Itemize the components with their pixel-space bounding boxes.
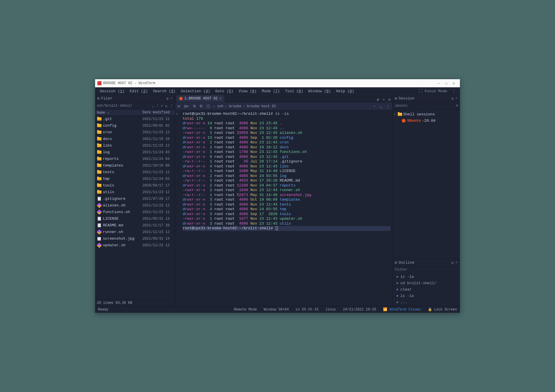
folder-icon bbox=[97, 124, 101, 128]
tool-open-icon[interactable]: ⧉ bbox=[192, 104, 197, 108]
session-tree[interactable]: ▾ Shell sessions Ubuntu-20.04 bbox=[393, 109, 460, 125]
status-issues[interactable]: 📶 WindTerm Issues bbox=[383, 307, 421, 312]
tree-root[interactable]: ▾ Shell sessions bbox=[394, 111, 459, 117]
file-row[interactable]: screenshot.jpg2021/05/31 14 bbox=[95, 235, 175, 242]
titlebar[interactable]: BROOBE HOST 02 - WindTerm — ☐ ✕ bbox=[95, 79, 460, 87]
tab-broobe-host[interactable]: 1.BROOBE HOST 02 × bbox=[176, 95, 224, 102]
file-row[interactable]: templates2021/10/19 00 bbox=[95, 162, 175, 169]
close-button[interactable]: ✕ bbox=[450, 81, 458, 86]
file-row[interactable]: aliases.sh2021/11/23 12 bbox=[95, 202, 175, 209]
file-row[interactable]: README.md2021/11/17 20 bbox=[95, 222, 175, 229]
filer-list[interactable]: .git2021/11/23 12config2021/09/01 02cron… bbox=[95, 116, 175, 299]
file-row[interactable]: .gitignore2021/07/28 17 bbox=[95, 195, 175, 202]
menu-session[interactable]: Session (1) bbox=[97, 88, 127, 94]
outline-item[interactable]: cd brolit-shell/ bbox=[393, 280, 460, 286]
menu-mode[interactable]: Mode (7) bbox=[260, 88, 282, 94]
crumb[interactable]: broobe host 02 bbox=[247, 104, 276, 108]
file-row[interactable]: config2021/09/01 02 bbox=[95, 122, 175, 129]
panel-close-icon[interactable]: × bbox=[455, 260, 458, 265]
file-row[interactable]: tools2020/09/17 17 bbox=[95, 182, 175, 189]
breadcrumbs[interactable]: ▸ ssh ▸ broobe ▸ broobe host 02 bbox=[213, 104, 276, 108]
app-window: BROOBE HOST 02 - WindTerm — ☐ ✕ Session … bbox=[95, 79, 460, 313]
info-icon[interactable]: ⓘ bbox=[206, 104, 211, 109]
session-item-ubuntu[interactable]: Ubuntu-20.04 bbox=[394, 117, 459, 124]
menu-search[interactable]: Search (3) bbox=[151, 88, 178, 94]
panel-close-icon[interactable]: × bbox=[455, 96, 458, 101]
menu-window[interactable]: Window (9) bbox=[306, 88, 333, 94]
col-name[interactable]: Name ▴ bbox=[95, 110, 143, 115]
crumb[interactable]: ssh bbox=[217, 104, 223, 108]
collapse-icon[interactable]: ⊟ bbox=[177, 104, 181, 109]
clear-filter-icon[interactable]: ⌫ bbox=[456, 103, 458, 108]
outline-filter[interactable]: Filter bbox=[393, 267, 460, 273]
chevron-right-icon[interactable]: › bbox=[372, 104, 376, 108]
file-row[interactable]: .git2021/11/23 12 bbox=[95, 116, 175, 122]
gear-icon[interactable]: ✿ bbox=[451, 260, 454, 265]
terminal[interactable]: ⊟ root@cpx31-broobe-host02:~/brolit-shel… bbox=[175, 110, 392, 306]
menu-view[interactable]: View (6) bbox=[236, 88, 259, 94]
gear-icon[interactable]: ✿ bbox=[166, 96, 169, 101]
lock-screen-button[interactable]: 🔒 Lock Screen bbox=[428, 307, 457, 312]
file-row[interactable]: functions.sh2021/11/23 12 bbox=[95, 209, 175, 215]
menu-edit[interactable]: Edit (2) bbox=[127, 88, 150, 94]
add-tab-button[interactable]: + bbox=[381, 98, 386, 102]
outline-item[interactable]: ls -la bbox=[393, 273, 460, 280]
menu-overflow-icon[interactable]: ⋮ bbox=[450, 89, 458, 94]
maximize-button[interactable]: ☐ bbox=[443, 81, 450, 86]
file-row[interactable]: cron2021/11/23 12 bbox=[95, 129, 175, 136]
tab-menu-icon[interactable]: ≡ bbox=[386, 98, 392, 102]
file-row[interactable]: tmp2021/11/24 03 bbox=[95, 175, 175, 182]
chevron-down-icon[interactable]: ⌄ bbox=[379, 104, 383, 109]
folder-icon bbox=[97, 184, 101, 188]
app-logo-icon bbox=[97, 81, 101, 85]
toolbar: ⊟ ⧉▾ ⧉ ⧉ ⓘ ▸ ssh ▸ broobe ▸ broobe host … bbox=[175, 102, 392, 110]
file-row[interactable]: runner.sh2021/11/23 12 bbox=[95, 229, 175, 235]
focus-mode-button[interactable]: ⛶ Focus Mode bbox=[416, 88, 449, 94]
filer-path[interactable]: oot/brolit-shell/ bbox=[97, 104, 150, 108]
back-arrow-icon[interactable]: ↶ bbox=[161, 104, 163, 108]
chevron-down-icon[interactable]: ⌄ bbox=[152, 104, 154, 108]
folder-icon bbox=[97, 144, 101, 148]
session-title: Session bbox=[399, 96, 415, 101]
panel-dot-icon bbox=[97, 97, 99, 99]
more-icon[interactable]: ⋮ bbox=[170, 104, 173, 108]
file-row[interactable]: log2021/11/24 03 bbox=[95, 149, 175, 156]
refresh-icon[interactable]: ↻ bbox=[165, 104, 167, 108]
bullet-icon bbox=[397, 295, 398, 297]
col-date[interactable]: Date modified bbox=[143, 110, 175, 114]
font-indicator[interactable]: A bbox=[375, 98, 381, 102]
folder-icon bbox=[97, 150, 101, 154]
panel-close-icon[interactable]: × bbox=[170, 96, 173, 101]
minimize-button[interactable]: — bbox=[435, 81, 443, 86]
tool-copy-icon[interactable]: ⧉▾ bbox=[183, 104, 190, 109]
outline-list: ls -lacd brolit-shell/clearls -la... bbox=[393, 273, 460, 306]
file-icon bbox=[97, 197, 101, 201]
outline-item[interactable]: ls -la bbox=[393, 293, 460, 299]
tab-label: 1.BROOBE HOST 02 bbox=[184, 97, 218, 101]
menu-goto[interactable]: Goto (5) bbox=[213, 88, 236, 94]
file-icon bbox=[97, 223, 101, 228]
status-os: linux bbox=[325, 308, 336, 312]
session-filter[interactable]: ubuntu ⌫ bbox=[393, 102, 460, 109]
sh-icon bbox=[97, 204, 101, 208]
toolbar-more-icon[interactable]: ⋮ bbox=[385, 104, 391, 109]
file-row[interactable]: LICENSE2021/05/31 14 bbox=[95, 215, 175, 222]
file-row[interactable]: updater.sh2021/11/23 12 bbox=[95, 242, 175, 249]
file-row[interactable]: libs2021/11/23 12 bbox=[95, 142, 175, 149]
file-row[interactable]: utils2021/11/23 12 bbox=[95, 189, 175, 195]
menu-tool[interactable]: Tool (8) bbox=[283, 88, 305, 94]
menu-selection[interactable]: Selection (4) bbox=[178, 88, 212, 94]
outline-item[interactable]: ... bbox=[393, 299, 460, 305]
tab-close-icon[interactable]: × bbox=[219, 97, 221, 101]
outline-item[interactable]: clear bbox=[393, 286, 460, 293]
file-row[interactable]: docs2021/11/19 10 bbox=[95, 136, 175, 142]
file-row[interactable]: reports2021/11/24 04 bbox=[95, 156, 175, 162]
tool-export-icon[interactable]: ⧉ bbox=[199, 104, 203, 108]
menu-help[interactable]: Help (0) bbox=[334, 88, 356, 94]
gear-icon[interactable]: ✿ bbox=[451, 96, 454, 101]
sh-icon bbox=[97, 243, 101, 247]
file-row[interactable]: tests2021/11/23 12 bbox=[95, 169, 175, 175]
up-arrow-icon[interactable]: ↑ bbox=[156, 104, 158, 108]
crumb[interactable]: broobe bbox=[229, 104, 241, 108]
status-mode: Remote Mode bbox=[234, 308, 257, 312]
